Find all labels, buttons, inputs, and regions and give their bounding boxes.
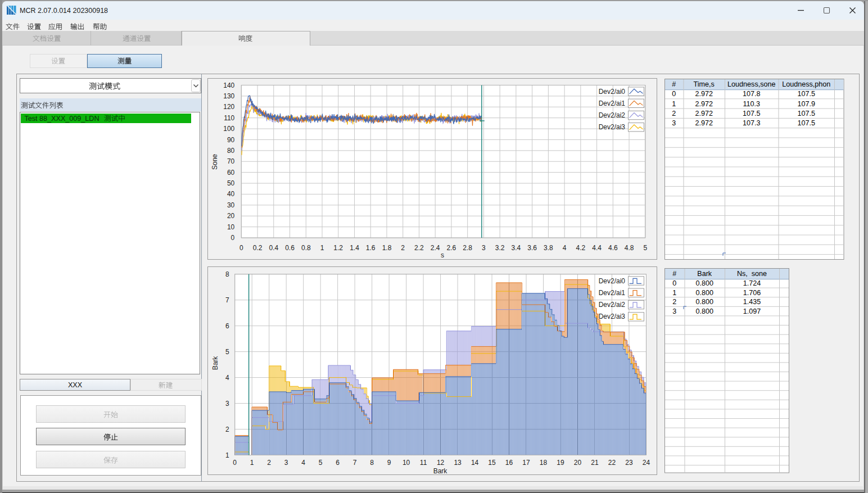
svg-text:1.2: 1.2 [333, 244, 343, 252]
svg-text:4: 4 [563, 244, 567, 252]
svg-text:110: 110 [224, 114, 234, 122]
svg-text:6: 6 [225, 322, 229, 330]
svg-text:90: 90 [227, 136, 235, 144]
svg-text:4.6: 4.6 [608, 244, 618, 252]
svg-text:14: 14 [471, 459, 479, 467]
svg-text:107.9: 107.9 [797, 99, 815, 107]
svg-text:Time,s: Time,s [694, 80, 715, 88]
svg-text:8: 8 [370, 459, 374, 467]
svg-text:2.4: 2.4 [431, 244, 440, 252]
svg-text:Bark: Bark [433, 467, 448, 475]
svg-text:Loudness,phon: Loudness,phon [782, 80, 830, 88]
svg-text:107.8: 107.8 [743, 90, 761, 98]
svg-text:Dev2/ai3: Dev2/ai3 [599, 313, 626, 320]
svg-text:5: 5 [225, 348, 229, 356]
svg-text:107.5: 107.5 [797, 90, 815, 98]
svg-text:0.800: 0.800 [695, 289, 713, 297]
svg-text:7: 7 [353, 459, 357, 467]
svg-text:Sone: Sone [211, 154, 219, 170]
svg-text:Dev2/ai3: Dev2/ai3 [599, 123, 626, 131]
svg-text:12: 12 [437, 459, 445, 467]
svg-text:Ns, sone: Ns, sone [736, 270, 766, 278]
svg-text:16: 16 [505, 459, 513, 467]
svg-text:2.972: 2.972 [695, 119, 713, 127]
svg-text:0.800: 0.800 [695, 298, 713, 306]
svg-text:0: 0 [672, 279, 676, 287]
svg-text:1.4: 1.4 [350, 244, 359, 252]
svg-text:Dev2/ai2: Dev2/ai2 [599, 111, 626, 119]
svg-text:3: 3 [672, 307, 676, 315]
svg-text:Dev2/ai0: Dev2/ai0 [599, 88, 626, 96]
svg-text:1: 1 [250, 459, 254, 467]
svg-text:9: 9 [387, 459, 391, 467]
svg-text:3: 3 [482, 244, 486, 252]
svg-text:Bark: Bark [697, 270, 712, 278]
svg-text:130: 130 [223, 92, 234, 100]
svg-text:4: 4 [225, 374, 229, 382]
svg-text:107.5: 107.5 [797, 110, 815, 117]
svg-text:4.8: 4.8 [625, 244, 634, 252]
svg-text:1.435: 1.435 [743, 298, 761, 306]
svg-text:20: 20 [574, 459, 582, 467]
svg-text:80: 80 [227, 147, 235, 155]
svg-text:Dev2/ai1: Dev2/ai1 [599, 289, 626, 297]
svg-text:107.5: 107.5 [743, 110, 761, 117]
svg-text:1.706: 1.706 [743, 289, 761, 297]
svg-text:3: 3 [284, 459, 288, 467]
svg-text:4.4: 4.4 [592, 244, 602, 252]
svg-text:4.2: 4.2 [576, 244, 585, 252]
svg-text:3: 3 [225, 400, 229, 408]
svg-text:6: 6 [336, 459, 340, 467]
svg-text:100: 100 [223, 125, 234, 133]
svg-text:120: 120 [223, 103, 234, 111]
svg-text:0.800: 0.800 [695, 279, 713, 287]
svg-text:s: s [441, 251, 444, 259]
svg-text:0.2: 0.2 [253, 244, 263, 252]
svg-text:1: 1 [225, 451, 229, 459]
svg-text:40: 40 [227, 190, 235, 198]
svg-text:19: 19 [557, 459, 564, 467]
svg-text:2: 2 [225, 426, 229, 433]
svg-text:0.800: 0.800 [695, 307, 713, 315]
svg-text:2.6: 2.6 [447, 244, 456, 252]
svg-text:Bark: Bark [211, 356, 219, 370]
svg-text:3.2: 3.2 [495, 244, 505, 252]
svg-text:30: 30 [227, 201, 235, 209]
svg-text:Dev2/ai0: Dev2/ai0 [599, 277, 626, 285]
svg-text:10: 10 [227, 223, 235, 231]
svg-text:13: 13 [454, 459, 462, 467]
svg-text:140: 140 [223, 82, 234, 89]
svg-text:24: 24 [643, 459, 650, 467]
svg-text:0.4: 0.4 [269, 244, 278, 252]
svg-text:0: 0 [239, 244, 243, 252]
svg-text:50: 50 [227, 179, 235, 187]
svg-text:1.8: 1.8 [382, 244, 392, 252]
svg-text:1: 1 [672, 289, 676, 297]
svg-text:3.8: 3.8 [544, 244, 553, 252]
svg-text:3: 3 [672, 119, 676, 127]
svg-text:3.4: 3.4 [512, 244, 521, 252]
svg-text:Dev2/ai1: Dev2/ai1 [599, 99, 626, 107]
svg-text:Dev2/ai2: Dev2/ai2 [599, 301, 626, 309]
svg-text:7: 7 [225, 296, 229, 304]
svg-text:22: 22 [608, 459, 616, 467]
svg-text:2: 2 [401, 244, 405, 252]
svg-text:10: 10 [403, 459, 410, 467]
svg-text:1.097: 1.097 [743, 307, 761, 315]
svg-text:2: 2 [267, 459, 271, 467]
svg-text:4: 4 [301, 459, 305, 467]
svg-text:#: # [672, 270, 676, 278]
svg-text:1: 1 [320, 244, 324, 252]
svg-text:17: 17 [522, 459, 530, 467]
svg-text:3.6: 3.6 [527, 244, 537, 252]
svg-text:Loudness,sone: Loudness,sone [727, 80, 775, 88]
svg-text:70: 70 [227, 157, 235, 165]
svg-text:0: 0 [672, 90, 676, 98]
svg-text:2: 2 [672, 110, 676, 117]
svg-text:110.3: 110.3 [743, 99, 761, 107]
svg-text:60: 60 [227, 169, 235, 177]
svg-text:8: 8 [225, 270, 229, 278]
svg-text:2.972: 2.972 [695, 99, 713, 107]
svg-text:0: 0 [231, 234, 235, 242]
svg-text:0.6: 0.6 [285, 244, 295, 252]
